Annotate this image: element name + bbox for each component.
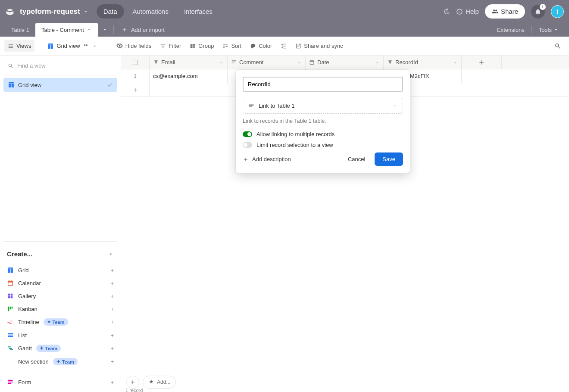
table-tab-comment[interactable]: Table - Comment [35,23,98,37]
color-button[interactable]: Color [247,40,275,52]
share-label: Share [501,8,518,15]
chevron-down-icon[interactable] [83,9,89,15]
chevron-down-icon[interactable] [219,60,224,65]
add-description-button[interactable]: Add description [243,156,291,162]
view-item-gridview[interactable]: Grid view [3,78,117,92]
top-bar: typeform-request Data Automations Interf… [0,0,569,23]
create-section-row[interactable]: New section✦ Team+ [3,355,117,368]
help-label: Help [466,8,479,15]
divider [39,42,39,50]
nav-tabs: Data Automations Interfaces [97,4,219,19]
search-button[interactable] [551,40,565,52]
notifications-button[interactable]: 1 [531,5,545,19]
history-icon[interactable] [443,8,450,15]
tab-more-button[interactable] [98,23,112,37]
base-name[interactable]: typeform-request [20,7,80,16]
toggle-allow-multiple[interactable]: Allow linking to multiple records [243,131,403,137]
plus-icon: + [110,379,114,386]
tabs-right: Extensions Tools [491,23,569,37]
chevron-down-icon[interactable] [297,60,302,65]
add-record-button[interactable] [126,376,139,389]
find-view-placeholder: Find a view [17,62,46,69]
table-footer: Add... 1 record [121,372,569,392]
plus-icon: + [110,280,114,286]
create-timeline[interactable]: Timeline✦ Team+ [3,315,117,329]
divider [113,25,114,34]
filter-button[interactable]: Filter [156,40,184,52]
add-or-import-button[interactable]: Add or import [116,23,171,37]
tools-button[interactable]: Tools [533,27,565,33]
create-gallery[interactable]: Gallery+ [3,289,117,302]
chevron-down-icon [392,103,397,109]
chevron-down-icon[interactable] [87,27,92,32]
field-config-popover: Link to Table 1 Link to records in the T… [236,70,410,173]
create-section: Create... Grid+ Calendar+ Gallery+ Kanba… [3,241,117,389]
notification-badge: 1 [540,4,546,10]
views-button[interactable]: Views [4,40,34,52]
toggle-limit-view[interactable]: Limit record selection to a view [243,142,403,148]
plus-icon: + [110,345,114,352]
extensions-button[interactable]: Extensions [491,27,531,33]
nav-tab-data[interactable]: Data [97,4,124,19]
toggle-on-icon[interactable] [243,131,252,137]
view-item-label: Grid view [18,82,41,88]
check-icon [107,82,113,88]
column-headers: Email Comment Date RecordId [121,56,569,69]
hide-fields-button[interactable]: Hide fields [113,40,155,52]
save-button[interactable]: Save [375,152,403,166]
cancel-button[interactable]: Cancel [342,152,371,166]
col-header-recordid[interactable]: RecordId [384,56,462,69]
nav-tab-interfaces[interactable]: Interfaces [177,4,219,19]
field-type-description: Link to records in the Table 1 table. [243,118,403,124]
col-header-date[interactable]: Date [306,56,384,69]
team-badge: ✦ Team [36,345,61,352]
select-all-checkbox[interactable] [121,56,150,69]
create-header[interactable]: Create... [3,248,117,264]
plus-icon: + [110,358,114,365]
create-list[interactable]: List+ [3,329,117,342]
share-button[interactable]: Share [485,4,525,19]
table-tab-1[interactable]: Table 1 [5,23,35,37]
plus-icon: + [110,319,114,325]
toggle-off-icon[interactable] [243,142,252,148]
row-height-button[interactable] [277,40,290,52]
create-gantt[interactable]: Gantt✦ Team+ [3,342,117,355]
find-view-input[interactable]: Find a view [3,59,117,72]
row-number[interactable]: 1 [121,69,150,83]
field-type-selector[interactable]: Link to Table 1 [243,98,403,114]
add-menu-button[interactable]: Add... [143,376,176,389]
team-badge: ✦ Team [44,318,68,326]
main: Find a view Grid view Create... Grid+ Ca… [0,56,569,392]
avatar[interactable]: I [551,5,564,18]
chevron-down-icon[interactable] [375,60,380,65]
table-tabs-bar: Table 1 Table - Comment Add or import Ex… [0,23,569,37]
views-sidebar: Find a view Grid view Create... Grid+ Ca… [0,56,121,392]
share-sync-button[interactable]: Share and sync [292,40,346,52]
plus-icon: + [110,306,114,312]
group-button[interactable]: Group [186,40,217,52]
col-header-email[interactable]: Email [150,56,228,69]
help-button[interactable]: ? Help [456,8,479,15]
nav-tab-automations[interactable]: Automations [126,4,175,19]
create-form[interactable]: Form+ [3,376,117,389]
airtable-logo-icon[interactable] [5,7,15,16]
field-name-input[interactable] [243,77,403,92]
divider [531,26,532,33]
create-kanban[interactable]: Kanban+ [3,302,117,315]
sort-button[interactable]: Sort [219,40,245,52]
grid-view-selector[interactable]: Grid view [44,40,100,52]
table-area: Email Comment Date RecordId [121,56,569,392]
chevron-down-icon[interactable] [453,60,458,65]
topbar-right: ? Help Share 1 I [443,4,564,19]
col-header-comment[interactable]: Comment [228,56,306,69]
cell-email[interactable]: cs@example.com [150,69,228,83]
team-badge: ✦ Team [53,358,78,365]
view-toolbar: Views Grid view Hide fields Filter Group… [0,37,569,56]
plus-icon: + [110,332,114,339]
svg-text:?: ? [459,9,461,13]
create-grid[interactable]: Grid+ [3,264,117,277]
plus-icon: + [110,267,114,274]
create-calendar[interactable]: Calendar+ [3,277,117,289]
record-count: 1 record [125,388,143,392]
add-column-button[interactable] [462,56,502,69]
